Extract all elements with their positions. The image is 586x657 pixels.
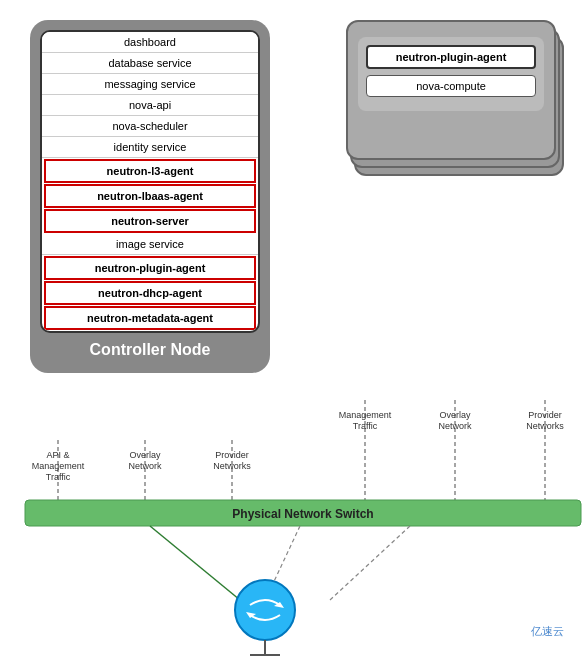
svg-marker-25 [274, 602, 284, 608]
compute-node-label: Compute Node(s) [336, 186, 556, 204]
svg-text:Network: Network [128, 461, 162, 471]
svg-rect-19 [25, 500, 581, 526]
service-identity: identity service [42, 137, 258, 158]
service-database: database service [42, 53, 258, 74]
svg-text:Traffic: Traffic [353, 421, 378, 431]
svg-text:Management: Management [339, 410, 392, 420]
svg-text:Provider: Provider [528, 410, 562, 420]
service-messaging: messaging service [42, 74, 258, 95]
service-nova-api: nova-api [42, 95, 258, 116]
svg-text:Overlay: Overlay [439, 410, 471, 420]
watermark: 亿速云 [531, 624, 564, 639]
service-neutron-l3: neutron-l3-agent [44, 159, 256, 183]
controller-node: dashboard database service messaging ser… [30, 20, 270, 373]
service-nova-scheduler: nova-scheduler [42, 116, 258, 137]
compute-inner: neutron-plugin-agent nova-compute [358, 37, 544, 111]
compute-neutron-plugin: neutron-plugin-agent [366, 45, 536, 69]
svg-text:Traffic: Traffic [46, 472, 71, 482]
service-dashboard: dashboard [42, 32, 258, 53]
compute-node-wrapper: neutron-plugin-agent nova-compute Comput… [336, 20, 556, 204]
controller-inner: dashboard database service messaging ser… [40, 30, 260, 333]
svg-line-22 [270, 526, 300, 590]
service-neutron-server: neutron-server [44, 209, 256, 233]
svg-text:API &: API & [46, 450, 69, 460]
svg-text:Networks: Networks [526, 421, 564, 431]
svg-point-24 [235, 580, 295, 640]
svg-text:Network: Network [438, 421, 472, 431]
service-image: image service [42, 234, 258, 255]
svg-text:Overlay: Overlay [129, 450, 161, 460]
nodes-section: dashboard database service messaging ser… [10, 10, 576, 373]
compute-card-main: neutron-plugin-agent nova-compute [346, 20, 556, 160]
svg-line-21 [150, 526, 240, 600]
svg-text:Physical Network Switch: Physical Network Switch [232, 507, 373, 521]
svg-text:Management: Management [32, 461, 85, 471]
svg-line-23 [330, 526, 410, 600]
svg-text:Provider: Provider [215, 450, 249, 460]
compute-stack: neutron-plugin-agent nova-compute [346, 20, 556, 180]
service-neutron-plugin: neutron-plugin-agent [44, 256, 256, 280]
service-neutron-lbaas: neutron-lbaas-agent [44, 184, 256, 208]
svg-text:Networks: Networks [213, 461, 251, 471]
service-neutron-metadata: neutron-metadata-agent [44, 306, 256, 330]
service-neutron-dhcp: neutron-dhcp-agent [44, 281, 256, 305]
compute-nova-compute: nova-compute [366, 75, 536, 97]
svg-marker-26 [246, 612, 256, 618]
diagram-container: dashboard database service messaging ser… [0, 0, 586, 657]
controller-node-label: Controller Node [40, 341, 260, 363]
